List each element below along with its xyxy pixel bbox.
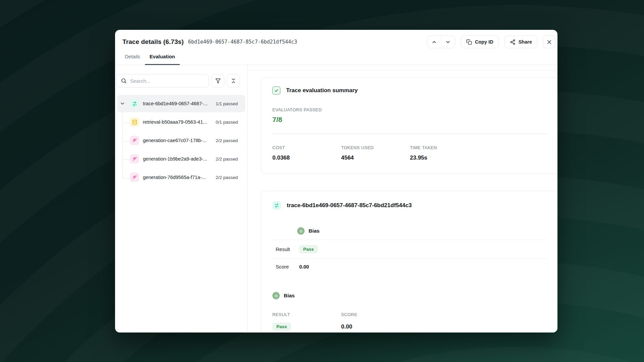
node-status: 0/1 passed [216,120,238,125]
result-score-labels: RESULT SCORE [272,312,547,317]
tab-details[interactable]: Details [120,54,145,65]
share-label: Share [519,39,532,45]
score-label: Score [276,264,299,269]
score-value: 0.00 [299,264,547,269]
chevrons-down-up-icon [230,78,236,84]
filter-icon [215,78,221,84]
trace-tree: trace-6bd1e469-0657-4687-... 1/1 passed … [116,95,247,186]
node-status: 2/2 passed [216,138,238,143]
tree-row-generation-1[interactable]: generation-cae67c07-178b-... 2/2 passed [117,132,245,149]
summary-card-title: Trace evaluation summary [286,87,358,94]
stat-label: COST [272,145,341,150]
tree-row-generation-3[interactable]: generation-76d9565a-f71a-... 2/2 passed [117,169,245,186]
modal-title: Trace details (6.73s) [122,38,184,46]
copy-id-button[interactable]: Copy ID [461,36,499,48]
result-column-label: RESULT [272,312,341,317]
sidebar-toolbar [116,74,247,87]
modal-header: Trace details (6.73s) 6bd1e469-0657-4687… [115,35,557,49]
bias-section-header-2: Bias [272,292,547,299]
chevron-up-icon [431,39,437,45]
trace-id-text: 6bd1e469-0657-4687-85c7-6bd21df544c3 [188,39,297,45]
node-name: generation-1b9be2a9-ade3-... [143,156,207,162]
search-input[interactable] [130,78,205,84]
sparkles-icon [130,173,139,182]
stat-label: TIME TAKEN [410,145,547,150]
node-name: generation-76d9565a-f71a-... [143,175,206,180]
evaluators-passed-label: EVALUATORS PASSED [272,107,547,112]
node-name: retrieval-b50aaa79-0563-41... [143,119,207,125]
section-name: Bias [284,293,295,299]
tree-row-generation-2[interactable]: generation-1b9be2a9-ade3-... 2/2 passed [117,150,245,168]
close-button[interactable] [543,36,555,48]
sparkles-icon [130,154,139,164]
share-button[interactable]: Share [504,36,537,48]
node-status: 2/2 passed [216,175,238,180]
score-value: 0.00 [341,323,547,330]
stat-value: 4564 [341,155,410,161]
search-icon [121,78,127,84]
node-status: 1/1 passed [216,101,238,106]
stat-value: 23.95s [410,155,547,161]
trace-tree-sidebar: trace-6bd1e469-0657-4687-... 1/1 passed … [115,65,248,333]
result-row: Result Pass [272,240,547,258]
robot-icon [272,292,280,299]
bias-section-header: Bias [297,227,547,235]
result-pass-badge: Pass [299,245,318,253]
database-icon [130,117,139,127]
evaluation-panel: Trace evaluation summary EVALUATORS PASS… [248,65,557,333]
node-name: trace-6bd1e469-0657-4687-... [143,101,208,106]
copy-id-label: Copy ID [475,39,493,45]
trace-icon [130,99,139,108]
previous-trace-button[interactable] [427,36,441,48]
stat-tokens: TOKENS USED 4564 [341,145,410,161]
evaluators-passed-value: 7/8 [272,116,547,124]
tab-evaluation[interactable]: Evaluation [145,54,180,65]
stat-cost: COST 0.0368 [272,145,341,161]
copy-icon [466,39,472,45]
header-actions: Copy ID Share [427,36,555,48]
filter-button[interactable] [211,74,224,87]
trace-details-modal: Trace details (6.73s) 6bd1e469-0657-4687… [115,30,557,333]
desktop-background: { "header": { "title": "Trace details (6… [0,0,644,362]
chevron-down-icon[interactable] [120,101,125,106]
trace-detail-card: trace-6bd1e469-0657-4687-85c7-6bd21df544… [261,191,557,333]
score-row: Score 0.00 [272,259,547,275]
tree-row-retrieval[interactable]: retrieval-b50aaa79-0563-41... 0/1 passed [117,113,245,131]
tab-bar: Details Evaluation [115,54,557,65]
trace-icon [272,201,281,210]
close-icon [546,39,552,45]
stat-value: 0.0368 [272,155,341,161]
tree-row-trace[interactable]: trace-6bd1e469-0657-4687-... 1/1 passed [117,95,245,112]
trace-evaluation-summary-card: Trace evaluation summary EVALUATORS PASS… [261,77,557,174]
search-box [116,74,209,87]
result-pass-badge: Pass [272,322,291,331]
result-label: Result [276,246,299,252]
robot-icon [297,227,305,235]
trace-nav-group [427,36,455,48]
sparkles-icon [130,136,139,145]
score-column-label: SCORE [341,312,547,317]
check-square-icon [272,86,280,95]
node-name: generation-cae67c07-178b-... [143,138,207,143]
next-trace-button[interactable] [441,36,455,48]
node-status: 2/2 passed [216,157,238,162]
collapse-all-button[interactable] [227,74,240,87]
trace-card-title: trace-6bd1e469-0657-4687-85c7-6bd21df544… [287,202,412,209]
result-score-values: Pass 0.00 [272,322,547,331]
chevron-down-icon [445,39,451,45]
share-icon [510,39,516,45]
section-name: Bias [309,228,320,234]
summary-stats: COST 0.0368 TOKENS USED 4564 TIME TAKEN … [272,145,547,161]
dotted-divider [272,133,547,134]
panel-top-divider [248,65,557,71]
stat-time: TIME TAKEN 23.95s [410,145,547,161]
stat-label: TOKENS USED [341,145,410,150]
